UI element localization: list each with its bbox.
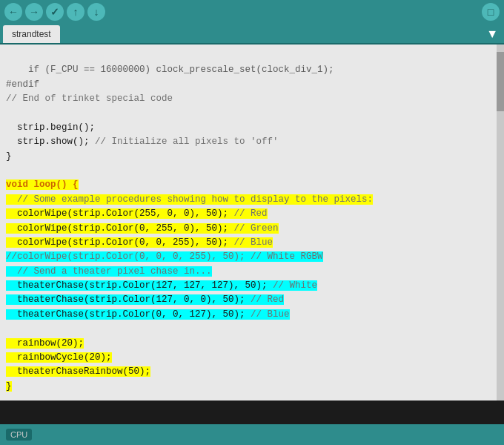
scrollbar[interactable] xyxy=(497,44,504,400)
download-button[interactable]: ↓ xyxy=(87,3,105,21)
code-content: if (F_CPU == 16000000) clock_prescale_se… xyxy=(0,47,504,400)
status-bar: CPU xyxy=(0,424,504,445)
tab-label: strandtest xyxy=(12,29,51,39)
verify-button[interactable]: ✓ xyxy=(46,3,64,21)
upload-button[interactable]: ↑ xyxy=(67,3,84,21)
forward-button[interactable]: → xyxy=(25,3,43,21)
cpu-badge: CPU xyxy=(6,429,32,441)
toolbar: ← → ✓ ↑ ↓ □ xyxy=(0,0,504,24)
back-button[interactable]: ← xyxy=(4,3,22,21)
tab-bar: strandtest ▼ xyxy=(0,24,504,44)
scrollbar-thumb[interactable] xyxy=(497,52,504,111)
tab-dropdown-button[interactable]: ▼ xyxy=(483,25,501,43)
tab-strandtest[interactable]: strandtest xyxy=(3,25,60,43)
code-editor[interactable]: if (F_CPU == 16000000) clock_prescale_se… xyxy=(0,44,504,400)
serial-monitor-button[interactable]: □ xyxy=(482,3,500,21)
